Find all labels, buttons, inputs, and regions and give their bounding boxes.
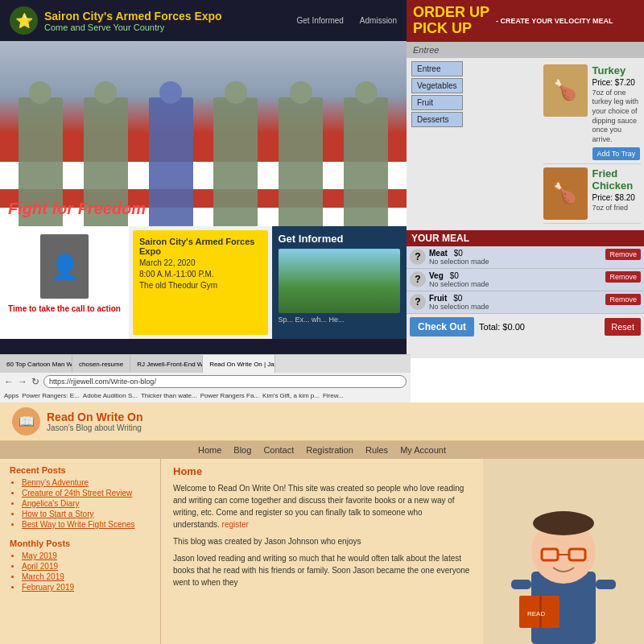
mil-get-informed-panel: Get Informed Sp... Ex... wh... He... — [272, 226, 407, 339]
blog-title: Read On Write On — [47, 411, 143, 423]
browser-forward-button[interactable]: → — [18, 376, 27, 387]
monthly-posts-title: Monthly Posts — [10, 539, 151, 548]
meal-meat-status: No selection made — [429, 258, 602, 266]
mil-gi-image — [279, 249, 401, 313]
order-website: ORDER UP PICK UP - CREATE YOUR VELOCITY … — [407, 0, 644, 358]
mil-bottom-text: Time to take the call to action — [4, 303, 125, 315]
chicken-desc: 7oz of fried — [592, 204, 642, 213]
browser-tab-3[interactable]: Read On Write On | Jason... — [203, 355, 275, 373]
soldier-6 — [344, 97, 388, 226]
order-nav-content: Entree Vegetables Fruit Desserts 🍗 Turke… — [407, 58, 644, 227]
mil-card-title: Sairon City's Armed Forces Expo — [139, 237, 262, 256]
reset-button[interactable]: Reset — [605, 318, 641, 336]
mil-left-panel: 👤 Time to take the call to action — [0, 226, 129, 339]
browser-bookmarks: Apps Power Rangers: E... Adobe Audition … — [0, 390, 411, 401]
chicken-info: Fried Chicken Price: $8.20 7oz of fried — [592, 167, 642, 220]
svg-rect-10 — [596, 580, 616, 589]
blog-para-1: This blog was created by Jason Johnson w… — [173, 535, 471, 547]
meal-veg-status: No selection made — [429, 280, 602, 288]
mil-hero-text: Fight for Freedom — [8, 200, 146, 218]
browser-tab-1[interactable]: chosen-resume — [72, 355, 130, 373]
meal-fruit-status: No selection made — [429, 303, 602, 311]
bookmark-apps[interactable]: Apps — [4, 392, 19, 399]
turkey-name: Turkey — [592, 64, 642, 76]
chicken-image: 🍗 — [543, 167, 588, 220]
bookmark-5[interactable]: Kim's Gift, a kim p... — [262, 392, 320, 399]
meal-fruit-remove-button[interactable]: Remove — [605, 294, 641, 305]
blog-nav-home[interactable]: Home — [198, 445, 221, 455]
svg-text:READ: READ — [527, 610, 545, 617]
meal-meat-name: Meat — [429, 249, 448, 258]
browser-tabs: 60 Top Cartoon Man With Cel... chosen-re… — [0, 355, 411, 373]
blog-illustration: READ — [483, 459, 644, 644]
meal-row-meat: ? Meat $0 No selection made Remove — [407, 246, 644, 269]
browser-back-button[interactable]: ← — [4, 376, 14, 387]
meal-footer: Check Out Total: $0.00 Reset — [407, 314, 644, 340]
mil-bottom: 👤 Time to take the call to action Sairon… — [0, 226, 407, 339]
order-nav-vegetables[interactable]: Vegetables — [411, 78, 463, 93]
order-header: ORDER UP PICK UP - CREATE YOUR VELOCITY … — [407, 0, 644, 42]
blog-subtitle: Jason's Blog about Writing — [47, 423, 143, 432]
meal-row-veg: ? Veg $0 No selection made Remove — [407, 269, 644, 291]
browser-urlbar: ← → ↻ — [0, 373, 411, 390]
meal-veg-price: $0 — [450, 271, 459, 280]
total-display: Total: $0.00 — [479, 322, 600, 332]
meal-meat-remove-button[interactable]: Remove — [605, 249, 641, 260]
mil-nav-get-informed[interactable]: Get Informed — [297, 16, 344, 25]
bookmark-2[interactable]: Adobe Audition S... — [83, 392, 138, 399]
monthly-posts-list: May 2019 April 2019 March 2019 February … — [10, 551, 151, 592]
monthly-post-2[interactable]: March 2019 — [22, 572, 151, 581]
mil-hero: Fight for Freedom — [0, 41, 407, 226]
checkout-button[interactable]: Check Out — [410, 317, 474, 336]
mil-logo: ⭐ — [10, 6, 38, 35]
blog-nav-rules[interactable]: Rules — [365, 445, 388, 455]
turkey-desc: 7oz of one turkey leg with your choice o… — [592, 89, 642, 145]
order-nav: Entree Vegetables Fruit Desserts — [407, 58, 468, 227]
blog-sidebar: Recent Posts Benny's Adventure Creature … — [0, 459, 161, 644]
blog-register-link[interactable]: register — [222, 520, 249, 529]
mil-card-location: The old Theodur Gym — [139, 281, 262, 290]
blog-body: Recent Posts Benny's Adventure Creature … — [0, 459, 644, 644]
browser-tab-2[interactable]: RJ Jewell-Front-End Web Dev... — [130, 355, 203, 373]
order-items: 🍗 Turkey Price: $7.20 7oz of one turkey … — [540, 58, 645, 227]
mil-nav-admission[interactable]: Admission — [360, 16, 397, 25]
order-section-label: Entree — [407, 42, 644, 58]
bookmark-6[interactable]: Firew... — [323, 392, 344, 399]
monthly-post-1[interactable]: April 2019 — [22, 562, 151, 571]
bookmark-3[interactable]: Thicker than wate... — [141, 392, 197, 399]
meal-fruit-name: Fruit — [429, 294, 447, 303]
order-item-turkey: 🍗 Turkey Price: $7.20 7oz of one turkey … — [543, 61, 642, 164]
monthly-post-0[interactable]: May 2019 — [22, 551, 151, 560]
blog-nav-registration[interactable]: Registration — [306, 445, 353, 455]
order-nav-fruit[interactable]: Fruit — [411, 95, 463, 110]
turkey-image: 🍗 — [543, 64, 588, 117]
monthly-post-3[interactable]: February 2019 — [22, 583, 151, 592]
bookmark-4[interactable]: Power Rangers Fa... — [200, 392, 259, 399]
browser-refresh-button[interactable]: ↻ — [31, 376, 39, 387]
recent-post-1[interactable]: Creature of 24th Street Review — [22, 489, 151, 497]
meal-veg-q: ? — [410, 271, 426, 287]
mil-site-subtitle: Come and Serve Your Country — [44, 23, 291, 32]
order-logo: ORDER UP PICK UP — [413, 5, 489, 37]
recent-post-3[interactable]: How to Start a Story — [22, 510, 151, 518]
character-svg: READ — [503, 491, 624, 644]
order-nav-entree[interactable]: Entree — [411, 61, 463, 76]
chicken-price: Price: $8.20 — [592, 193, 642, 202]
turkey-add-button[interactable]: Add To Tray — [592, 147, 641, 160]
blog-logo: 📖 — [12, 407, 40, 436]
bookmark-1[interactable]: Power Rangers: E... — [22, 392, 80, 399]
mil-avatar: 👤 — [40, 234, 89, 299]
recent-post-0[interactable]: Benny's Adventure — [22, 478, 151, 487]
browser-url-input[interactable] — [43, 375, 407, 388]
blog-nav-contact[interactable]: Contact — [263, 445, 294, 455]
meal-veg-remove-button[interactable]: Remove — [605, 271, 641, 283]
recent-posts-list: Benny's Adventure Creature of 24th Stree… — [10, 478, 151, 529]
order-logo-text: ORDER UP PICK UP — [413, 5, 489, 37]
blog-nav-blog[interactable]: Blog — [233, 445, 251, 455]
blog-nav-account[interactable]: My Account — [400, 445, 446, 455]
your-meal-header: YOUR MEAL — [407, 230, 644, 246]
browser-tab-0[interactable]: 60 Top Cartoon Man With Cel... — [0, 355, 72, 373]
order-nav-desserts[interactable]: Desserts — [411, 112, 463, 127]
recent-post-4[interactable]: Best Way to Write Fight Scenes — [22, 520, 151, 529]
recent-post-2[interactable]: Angelica's Diary — [22, 499, 151, 508]
